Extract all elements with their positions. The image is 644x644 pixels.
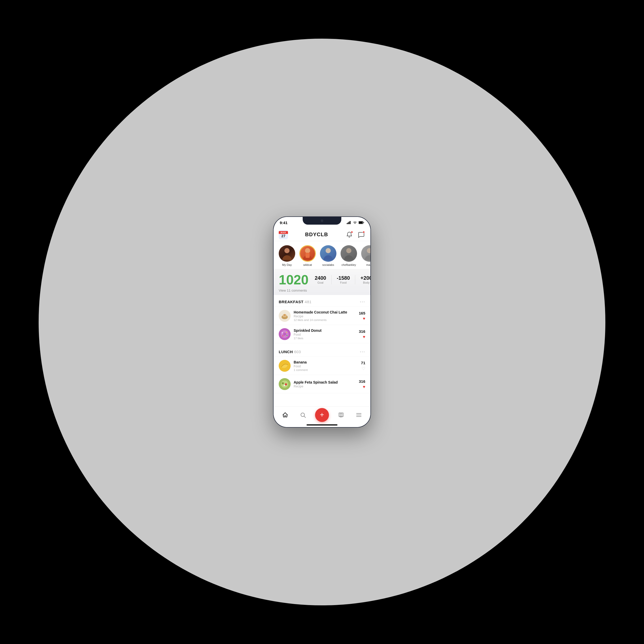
status-time: 9:41	[280, 221, 287, 225]
svg-point-27	[282, 382, 284, 384]
body-label: Body	[360, 281, 370, 284]
food-right-coconut-chai: 165 ♥	[359, 311, 365, 321]
camera	[321, 219, 323, 222]
heart-icon-salad[interactable]: ♥	[363, 385, 366, 389]
header-actions	[345, 231, 365, 239]
goal-value: 2400	[315, 275, 326, 281]
story-label-chefbarkley: chefbarkley	[342, 263, 356, 266]
food-value: -1580	[337, 275, 350, 281]
stat-body: +200 Body	[360, 275, 370, 284]
battery-icon	[359, 221, 364, 224]
nav-home[interactable]	[279, 409, 291, 421]
bottom-spacer	[274, 393, 370, 399]
lunch-header: LUNCH 603 ···	[274, 345, 370, 357]
svg-point-22	[286, 335, 287, 336]
food-type-coconut-chai: Recipe	[294, 315, 359, 318]
food-name-coconut-chai: Homemade Coconut Chai Latte	[294, 310, 359, 314]
home-indicator	[307, 424, 337, 426]
svg-rect-1	[348, 222, 349, 224]
svg-point-20	[282, 332, 283, 333]
story-avatar-chefbarkley	[341, 245, 357, 262]
message-button[interactable]	[357, 231, 365, 239]
story-label-wildcat: wildcat	[303, 263, 312, 266]
food-type-salad: Recipe	[294, 385, 359, 388]
calendar-month: MAR	[279, 231, 288, 234]
message-badge	[363, 231, 365, 233]
main-content: My Day w	[274, 241, 370, 406]
app-header: MAR 27 BDYCLB	[274, 228, 370, 241]
food-info-donut: Sprinkled Donut Food 17 likes	[294, 328, 359, 340]
svg-point-21	[286, 332, 287, 333]
breakfast-header: BREAKFAST 481 ···	[274, 295, 370, 307]
story-label-socialabs: socialabs	[322, 263, 334, 266]
food-thumb-banana	[279, 360, 291, 372]
food-cal-salad: 316	[359, 379, 365, 384]
food-cal-donut: 316	[359, 329, 365, 334]
breakfast-section: BREAKFAST 481 ···	[274, 295, 370, 343]
add-button[interactable]: +	[315, 408, 329, 422]
svg-point-12	[367, 248, 370, 253]
heart-icon-banana[interactable]: ♡	[362, 366, 365, 371]
breakfast-menu-button[interactable]: ···	[360, 299, 365, 304]
svg-rect-3	[350, 221, 351, 224]
nav-book[interactable]	[335, 409, 347, 421]
breakfast-title: BREAKFAST 481	[279, 300, 311, 304]
nav-menu[interactable]	[353, 409, 365, 421]
story-avatar-wildcat	[299, 245, 316, 262]
food-name-donut: Sprinkled Donut	[294, 328, 359, 333]
heart-icon-donut[interactable]: ♥	[363, 335, 366, 339]
story-wildcat[interactable]: wildcat	[299, 245, 316, 266]
svg-point-29	[284, 385, 285, 386]
lunch-menu-button[interactable]: ···	[360, 349, 365, 354]
calendar-icon[interactable]: MAR 27	[279, 230, 288, 239]
svg-point-7	[284, 248, 290, 253]
stats-banner: 1020 2400 Goal -1580 Food	[274, 269, 370, 295]
signal-icon	[347, 221, 351, 224]
notification-badge	[351, 231, 353, 233]
lunch-title: LUNCH 603	[279, 350, 301, 354]
heart-icon-coconut-chai[interactable]: ♥	[363, 316, 366, 321]
stat-food: -1580 Food	[337, 275, 350, 284]
plus-icon: +	[320, 411, 324, 418]
food-label: Food	[337, 281, 350, 284]
book-icon	[338, 412, 344, 418]
stat-dividers: 2400 Goal -1580 Food +200 Body	[315, 275, 370, 284]
story-more[interactable]: ma...	[361, 245, 370, 266]
lunch-section: LUNCH 603 ··· Banana	[274, 345, 370, 393]
phone-frame: 9:41	[273, 216, 371, 428]
food-name-banana: Banana	[294, 360, 361, 364]
food-item-coconut-chai[interactable]: Homemade Coconut Chai Latte Recipe 12 li…	[274, 307, 370, 325]
svg-rect-9	[306, 253, 310, 258]
food-info-salad: Apple Feta Spinach Salad Recipe	[294, 380, 359, 388]
nav-search[interactable]	[297, 409, 309, 421]
story-chefbarkley[interactable]: chefbarkley	[341, 245, 357, 266]
bottom-nav: +	[274, 406, 370, 427]
story-socialabs[interactable]: socialabs	[320, 245, 336, 266]
food-thumb-donut	[279, 328, 291, 340]
food-cal-banana: 71	[361, 361, 365, 365]
story-avatar-socialabs	[320, 245, 336, 262]
divider-2	[355, 275, 355, 284]
food-meta-coconut-chai: 12 likes and 14 comments	[294, 318, 359, 321]
story-my-day[interactable]: My Day	[279, 245, 295, 266]
food-item-salad[interactable]: Apple Feta Spinach Salad Recipe 316 ♥	[274, 375, 370, 393]
food-item-banana[interactable]: Banana Food 1 comment 71 ♡	[274, 357, 370, 375]
food-name-salad: Apple Feta Spinach Salad	[294, 380, 359, 384]
food-item-donut[interactable]: Sprinkled Donut Food 17 likes 316 ♥	[274, 325, 370, 343]
background-circle: 9:41	[39, 39, 605, 605]
svg-line-31	[304, 416, 306, 418]
app-title: BDYCLB	[305, 232, 328, 238]
notification-button[interactable]	[345, 231, 353, 239]
home-icon	[282, 412, 288, 418]
search-icon	[300, 412, 306, 418]
food-type-banana: Food	[294, 365, 361, 368]
food-right-banana: 71 ♡	[361, 361, 365, 371]
story-avatar-more	[361, 245, 370, 262]
view-comments-button[interactable]: View 11 comments	[279, 289, 365, 292]
stat-goal: 2400 Goal	[315, 275, 326, 284]
status-icons	[347, 221, 364, 224]
food-info-banana: Banana Food 1 comment	[294, 360, 361, 371]
svg-point-16	[284, 314, 286, 316]
story-avatar-my-day	[279, 245, 295, 262]
food-meta-donut: 17 likes	[294, 337, 359, 340]
